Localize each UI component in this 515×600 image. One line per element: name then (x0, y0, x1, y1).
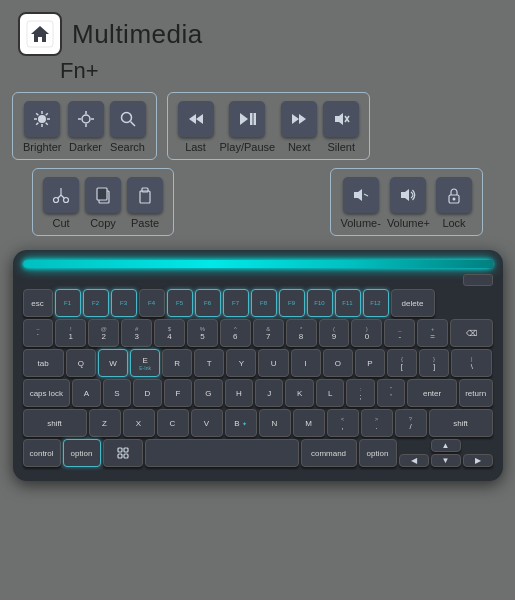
key-7[interactable]: &7 (253, 319, 284, 347)
fn-key-paste[interactable] (127, 177, 163, 213)
svg-marker-23 (299, 114, 306, 124)
key-4[interactable]: $4 (154, 319, 185, 347)
key-up[interactable]: ▲ (431, 439, 461, 452)
key-f10[interactable]: F10 (307, 289, 333, 317)
key-shift-left[interactable]: shift (23, 409, 87, 437)
key-slash[interactable]: ?/ (395, 409, 427, 437)
key-v[interactable]: V (191, 409, 223, 437)
fn-item-paste: Paste (127, 177, 163, 229)
fn-key-playpause[interactable] (229, 101, 265, 137)
key-m[interactable]: M (293, 409, 325, 437)
key-x[interactable]: X (123, 409, 155, 437)
key-comma[interactable]: <, (327, 409, 359, 437)
key-0[interactable]: )0 (351, 319, 382, 347)
fn-key-copy[interactable] (85, 177, 121, 213)
key-t[interactable]: T (194, 349, 224, 377)
key-tab[interactable]: tab (23, 349, 64, 377)
key-2[interactable]: @2 (88, 319, 119, 347)
fn-key-last[interactable] (178, 101, 214, 137)
key-del[interactable]: delete (391, 289, 435, 317)
svg-point-40 (453, 198, 456, 201)
key-right[interactable]: ▶ (463, 454, 493, 467)
fn-key-darker[interactable] (68, 101, 104, 137)
svg-marker-19 (240, 113, 248, 125)
key-j[interactable]: J (255, 379, 283, 407)
key-f11[interactable]: F11 (335, 289, 361, 317)
key-cmd-left[interactable] (103, 439, 143, 467)
key-u[interactable]: U (258, 349, 288, 377)
key-q[interactable]: Q (66, 349, 96, 377)
fn-key-voldown[interactable] (343, 177, 379, 213)
key-option-right[interactable]: option (359, 439, 397, 467)
key-b[interactable]: B✦ (225, 409, 257, 437)
key-option-left[interactable]: option (63, 439, 101, 467)
key-enter[interactable]: enter (407, 379, 456, 407)
key-f7[interactable]: F7 (223, 289, 249, 317)
key-f5[interactable]: F5 (167, 289, 193, 317)
key-f8[interactable]: F8 (251, 289, 277, 317)
fn-key-search[interactable] (110, 101, 146, 137)
fn-key-brighter[interactable] (24, 101, 60, 137)
key-1[interactable]: !1 (55, 319, 86, 347)
key-f12[interactable]: F12 (363, 289, 389, 317)
bottom-row: control option command option ▲ ◀ ▼ ▶ (23, 439, 493, 467)
key-a[interactable]: A (72, 379, 100, 407)
key-minus[interactable]: _- (384, 319, 415, 347)
key-f3[interactable]: F3 (111, 289, 137, 317)
fn-key-silent[interactable] (323, 101, 359, 137)
key-z[interactable]: Z (89, 409, 121, 437)
svg-line-8 (46, 113, 48, 115)
key-e[interactable]: EE-Ink (130, 349, 160, 377)
fn-key-lock[interactable] (436, 177, 472, 213)
key-semicolon[interactable]: :; (346, 379, 374, 407)
key-space[interactable] (145, 439, 299, 467)
key-ctrl[interactable]: control (23, 439, 61, 467)
key-p[interactable]: P (355, 349, 385, 377)
fn-label-lock: Lock (442, 217, 465, 229)
fn-key-next[interactable] (281, 101, 317, 137)
key-cmd-right[interactable]: command (301, 439, 357, 467)
key-esc[interactable]: esc (23, 289, 53, 317)
key-caps[interactable]: caps lock (23, 379, 71, 407)
power-button[interactable] (463, 274, 493, 286)
key-o[interactable]: O (323, 349, 353, 377)
key-rbracket[interactable]: }] (419, 349, 449, 377)
key-g[interactable]: G (194, 379, 222, 407)
key-i[interactable]: I (291, 349, 321, 377)
key-f9[interactable]: F9 (279, 289, 305, 317)
key-f4[interactable]: F4 (139, 289, 165, 317)
key-w[interactable]: W (98, 349, 128, 377)
fn-label-playpause: Play/Pause (220, 141, 276, 153)
key-backspace[interactable]: ⌫ (450, 319, 492, 347)
key-down[interactable]: ▼ (431, 454, 461, 467)
key-h[interactable]: H (225, 379, 253, 407)
key-period[interactable]: >. (361, 409, 393, 437)
key-c[interactable]: C (157, 409, 189, 437)
key-f2[interactable]: F2 (83, 289, 109, 317)
key-6[interactable]: ^6 (220, 319, 251, 347)
key-f1[interactable]: F1 (55, 289, 81, 317)
key-3[interactable]: #3 (121, 319, 152, 347)
key-l[interactable]: L (316, 379, 344, 407)
key-8[interactable]: *8 (286, 319, 317, 347)
key-equals[interactable]: += (417, 319, 448, 347)
key-f6[interactable]: F6 (195, 289, 221, 317)
key-shift-right[interactable]: shift (429, 409, 493, 437)
key-quote[interactable]: "' (377, 379, 405, 407)
key-k[interactable]: K (285, 379, 313, 407)
key-lbracket[interactable]: {[ (387, 349, 417, 377)
key-backslash[interactable]: |\ (451, 349, 492, 377)
key-d[interactable]: D (133, 379, 161, 407)
key-f[interactable]: F (164, 379, 192, 407)
key-return[interactable]: return (459, 379, 493, 407)
key-backtick[interactable]: ~` (23, 319, 54, 347)
key-5[interactable]: %5 (187, 319, 218, 347)
key-n[interactable]: N (259, 409, 291, 437)
fn-key-volup[interactable] (390, 177, 426, 213)
key-r[interactable]: R (162, 349, 192, 377)
key-9[interactable]: (9 (319, 319, 350, 347)
key-s[interactable]: S (103, 379, 131, 407)
fn-key-cut[interactable] (43, 177, 79, 213)
key-y[interactable]: Y (226, 349, 256, 377)
key-left[interactable]: ◀ (399, 454, 429, 467)
